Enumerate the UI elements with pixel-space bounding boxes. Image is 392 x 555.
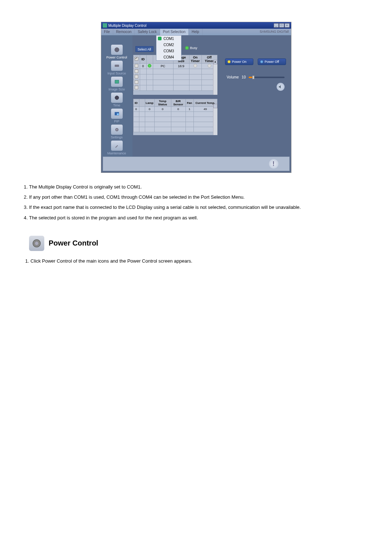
sidebar-label: Input Source — [107, 72, 126, 75]
time-icon — [111, 93, 123, 103]
sidebar-item-image-size[interactable]: Image Size — [101, 77, 132, 91]
status-grid: ID Lamp Temp Status B/R Sensor Fan Curre… — [133, 99, 217, 135]
svg-rect-2 — [115, 80, 119, 84]
close-button[interactable]: × — [285, 23, 290, 28]
sidebar-item-settings[interactable]: Settings — [101, 125, 132, 139]
app-icon — [103, 23, 107, 28]
cell-fan: 1 — [185, 107, 193, 112]
status-dot-icon — [148, 64, 151, 68]
input-source-icon — [111, 61, 123, 71]
col-lamp: Lamp — [145, 99, 154, 107]
sidebar-item-time[interactable]: Time — [101, 93, 132, 107]
port-selection-dropdown: COM1 COM2 COM3 COM4 — [156, 35, 181, 61]
cell-br-sensor: 0 — [171, 107, 185, 112]
sidebar-label: Image Size — [109, 88, 125, 91]
col-fan: Fan — [185, 99, 193, 107]
menu-remocon[interactable]: Remocon — [113, 29, 135, 35]
image-size-icon — [111, 77, 123, 87]
col-id: ID — [133, 99, 139, 107]
col-on-timer: On Timer — [189, 55, 201, 64]
table-row[interactable]: 0 0 0 0 1 49 — [133, 107, 217, 112]
note-item: If any port other than COM1 is used, COM… — [29, 194, 363, 200]
power-on-button[interactable]: Power On — [225, 58, 253, 65]
sidebar-item-maintenance[interactable]: Maintenance — [101, 141, 132, 155]
cell-image-size: 16:9 — [173, 64, 189, 69]
app-screenshot: Multiple Display Control _ □ × File Remo… — [101, 22, 291, 173]
table-row[interactable] — [133, 117, 217, 122]
section-heading: Power Control — [29, 236, 363, 251]
port-com4[interactable]: COM4 — [156, 54, 181, 60]
menu-help[interactable]: Help — [189, 29, 203, 35]
power-on-icon — [228, 60, 230, 63]
col-br-sensor: B/R Sensor — [171, 99, 185, 107]
scroll-up-button[interactable] — [213, 104, 217, 108]
notes-list: The Multiple Display Control is original… — [29, 184, 363, 221]
note-item: If the exact port name that is connected… — [29, 204, 363, 211]
sidebar-label: PIP — [114, 119, 119, 123]
cell-input: PC — [153, 64, 173, 69]
cell-lamp: 0 — [145, 107, 154, 112]
sidebar-label: Power Control — [106, 56, 127, 59]
section-notes-list: Click Power Control of the main icons an… — [30, 258, 363, 264]
cell-id: 0 — [133, 107, 139, 112]
table-row[interactable] — [133, 112, 217, 117]
grid1-scrollbar[interactable]: ▲ — [213, 60, 217, 95]
note-item: Click Power Control of the main icons an… — [30, 258, 363, 264]
sidebar-item-pip[interactable]: PIP — [101, 109, 132, 123]
sidebar-item-input-source[interactable]: Input Source — [101, 61, 132, 75]
select-all-button[interactable]: Select All — [135, 46, 154, 52]
pip-icon — [111, 109, 123, 119]
svg-rect-5 — [117, 113, 119, 115]
table-row[interactable] — [133, 127, 217, 132]
row-checkbox[interactable] — [135, 64, 138, 68]
volume-label: Volume — [227, 75, 239, 79]
control-panel: Power On Power Off Volume 10 — [223, 58, 288, 91]
col-temp-status: Temp Status — [154, 99, 171, 107]
table-row[interactable]: 0 PC 16:9 — [133, 64, 217, 69]
table-row[interactable] — [133, 122, 217, 127]
power-control-icon — [111, 45, 123, 55]
svg-rect-1 — [115, 65, 119, 67]
window-titlebar: Multiple Display Control _ □ × — [101, 22, 291, 29]
note-item: The selected port is stored in the progr… — [29, 215, 363, 221]
grid2-scrollbar[interactable] — [213, 104, 217, 135]
table-row[interactable] — [133, 69, 217, 74]
port-com2[interactable]: COM2 — [156, 42, 181, 48]
brand-label: SAMSUNG DIGITall — [257, 29, 291, 35]
maintenance-icon — [111, 141, 123, 151]
power-off-icon — [260, 60, 263, 63]
svg-point-7 — [116, 129, 117, 130]
sidebar: Power Control Input Source Image Size Ti… — [101, 35, 132, 157]
sidebar-item-power-control[interactable]: Power Control — [101, 45, 132, 59]
off-timer-dot — [208, 64, 211, 68]
maximize-button[interactable]: □ — [279, 23, 284, 28]
header-checkbox[interactable] — [135, 57, 138, 61]
port-com1[interactable]: COM1 — [156, 36, 181, 42]
col-id: ID — [140, 55, 146, 64]
minimize-button[interactable]: _ — [274, 23, 279, 28]
table-row[interactable] — [133, 80, 217, 85]
scroll-up-button[interactable]: ▲ — [213, 60, 217, 64]
power-control-icon — [29, 236, 44, 251]
mute-button[interactable] — [277, 83, 285, 91]
volume-slider[interactable] — [249, 77, 285, 78]
volume-knob[interactable] — [252, 76, 254, 79]
menu-port-selection[interactable]: Port Selection — [160, 29, 189, 35]
volume-value: 10 — [242, 75, 246, 79]
menu-file[interactable]: File — [101, 29, 113, 35]
note-item: The Multiple Display Control is original… — [29, 184, 363, 190]
info-icon: ! — [269, 159, 278, 169]
menu-safety-lock[interactable]: Safety Lock — [135, 29, 160, 35]
busy-indicator: Busy — [185, 46, 197, 50]
section-title: Power Control — [49, 239, 98, 247]
settings-icon — [111, 125, 123, 135]
cell-id: 0 — [140, 64, 146, 69]
svg-point-0 — [115, 48, 119, 52]
port-com3[interactable]: COM3 — [156, 48, 181, 54]
table-row[interactable] — [133, 85, 217, 91]
info-bar: ! — [103, 157, 290, 171]
svg-point-3 — [115, 96, 119, 100]
sidebar-label: Time — [113, 104, 121, 107]
table-row[interactable] — [133, 74, 217, 80]
power-off-button[interactable]: Power Off — [258, 58, 286, 65]
